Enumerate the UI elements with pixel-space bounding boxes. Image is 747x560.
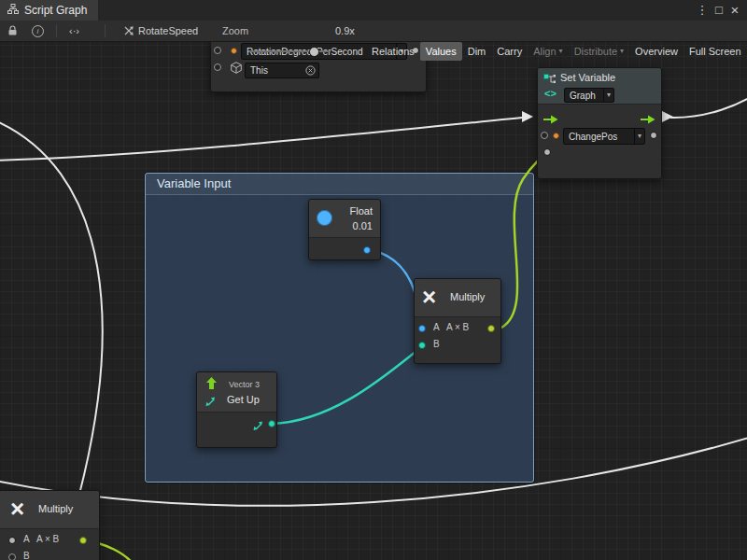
target-value: This xyxy=(246,63,303,77)
graph-tab-icon xyxy=(7,4,19,17)
info-icon[interactable]: i xyxy=(32,21,44,41)
port-a[interactable] xyxy=(8,537,16,544)
float-value[interactable]: 0.01 xyxy=(353,220,373,231)
flow-out-arrow-icon[interactable] xyxy=(641,111,655,128)
up-arrow-icon xyxy=(205,377,218,394)
multiply-icon: × xyxy=(10,497,24,521)
zoom-value: 0.9x xyxy=(335,21,355,41)
toolbar-buttons: Relations Values Dim Carry Align ▾ Distr… xyxy=(366,41,747,62)
port-b[interactable] xyxy=(8,553,16,560)
chevron-down-icon: ▾ xyxy=(603,89,613,102)
window-titlebar: Script Graph ⋮ □ × xyxy=(0,0,747,21)
graph-name-label: RotateSpeed xyxy=(138,21,198,41)
input-port[interactable] xyxy=(214,63,221,71)
multiply-icon: × xyxy=(422,285,436,309)
overview-button[interactable]: Overview xyxy=(629,42,684,61)
chevron-down-icon: ▾ xyxy=(634,129,644,144)
relations-button[interactable]: Relations xyxy=(366,42,420,61)
port-b-label: B xyxy=(23,551,30,560)
node-title: Get Up xyxy=(227,394,260,405)
port-b[interactable] xyxy=(418,342,426,349)
chevron-down-icon: ▾ xyxy=(620,48,624,55)
value-output-port[interactable] xyxy=(543,148,551,156)
code-brackets-icon: <> xyxy=(544,88,557,99)
flow-in-arrow-icon[interactable] xyxy=(543,111,558,128)
node-title: Float xyxy=(350,205,373,217)
inspect-code-icon[interactable]: ‹·› xyxy=(69,21,79,41)
values-button[interactable]: Values xyxy=(420,42,462,61)
flow-arrowhead-in xyxy=(522,111,533,122)
node-header[interactable]: Set Variable <> Graph ▾ xyxy=(538,68,661,105)
port-a[interactable] xyxy=(418,325,426,332)
maximize-icon[interactable]: □ xyxy=(712,0,726,21)
graph-canvas[interactable]: Variable Input RotationDegreesPerSecond … xyxy=(0,0,747,560)
vector-output-port[interactable] xyxy=(268,420,275,427)
tab-title: Script Graph xyxy=(24,4,87,17)
node-header[interactable]: × Multiply xyxy=(0,491,99,529)
fullscreen-button[interactable]: Full Screen xyxy=(684,42,747,61)
node-header[interactable]: × Multiply xyxy=(415,279,500,317)
variable-name-dropdown[interactable]: ChangePos ▾ xyxy=(563,128,645,145)
port-a-label: A xyxy=(433,322,440,332)
flow-arrowhead-out xyxy=(662,111,673,122)
close-icon[interactable]: × xyxy=(727,0,742,21)
wire-white-flow-in xyxy=(0,118,522,161)
node-multiply[interactable]: × Multiply A A × B B xyxy=(414,278,501,364)
float-output-port[interactable] xyxy=(363,246,371,254)
diagonal-arrows-icon xyxy=(253,419,264,436)
clear-target-icon[interactable] xyxy=(303,63,318,77)
input-port[interactable] xyxy=(541,132,548,139)
zoom-slider-handle[interactable] xyxy=(309,47,319,57)
port-a-times-b[interactable] xyxy=(79,537,87,544)
set-variable-icon xyxy=(543,72,556,89)
graph-toolbar: i ‹·› RotateSpeed Zoom 0.9x Relations Va… xyxy=(0,21,747,42)
lock-icon[interactable] xyxy=(7,21,18,41)
output-port[interactable] xyxy=(650,132,657,139)
port-a-label: A xyxy=(23,534,30,544)
scope-value: Graph xyxy=(565,89,603,102)
distribute-button: Distribute ▾ xyxy=(569,42,629,61)
node-get-up[interactable]: Vector 3 Get Up xyxy=(196,371,277,448)
dim-button[interactable]: Dim xyxy=(462,42,492,61)
toolbar-divider xyxy=(56,24,57,37)
variable-name-dot xyxy=(231,48,237,54)
node-header[interactable]: Float 0.01 xyxy=(309,200,380,238)
port-b-label: B xyxy=(433,339,440,349)
toolbar-divider xyxy=(105,24,106,37)
cube-icon xyxy=(231,61,242,77)
align-button: Align ▾ xyxy=(528,42,568,61)
tab-script-graph[interactable]: Script Graph xyxy=(0,0,98,21)
group-header[interactable]: Variable Input xyxy=(146,174,533,195)
node-title: Multiply xyxy=(450,291,485,302)
window-menu-icon[interactable]: ⋮ xyxy=(695,0,710,21)
group-title: Variable Input xyxy=(157,176,231,190)
node-title: Multiply xyxy=(38,503,73,514)
carry-button[interactable]: Carry xyxy=(491,42,528,61)
node-header[interactable]: Vector 3 Get Up xyxy=(197,372,276,413)
diagonal-arrows-icon xyxy=(205,395,217,412)
graph-kind-icon xyxy=(123,21,134,41)
unity-script-graph-window: Variable Input RotationDegreesPerSecond … xyxy=(0,0,747,560)
wire-white-flow-out xyxy=(670,92,747,118)
target-field[interactable]: This xyxy=(245,63,319,78)
variable-name-value: ChangePos xyxy=(564,129,634,144)
scope-dropdown[interactable]: Graph ▾ xyxy=(564,88,614,103)
variable-name-dot xyxy=(553,133,559,139)
node-float[interactable]: Float 0.01 xyxy=(308,199,381,260)
float-icon xyxy=(317,210,332,226)
port-ab-label: A × B xyxy=(36,534,59,544)
port-ab-label: A × B xyxy=(446,322,469,332)
chevron-down-icon: ▾ xyxy=(559,48,563,55)
node-title: Set Variable xyxy=(560,72,615,83)
node-multiply-2[interactable]: × Multiply A A × B B xyxy=(0,490,100,560)
port-a-times-b[interactable] xyxy=(487,325,495,332)
node-type-label: Vector 3 xyxy=(229,380,260,389)
node-set-variable[interactable]: Set Variable <> Graph ▾ ChangePos ▾ xyxy=(537,67,662,179)
zoom-label: Zoom xyxy=(222,21,248,41)
input-port[interactable] xyxy=(214,47,221,54)
